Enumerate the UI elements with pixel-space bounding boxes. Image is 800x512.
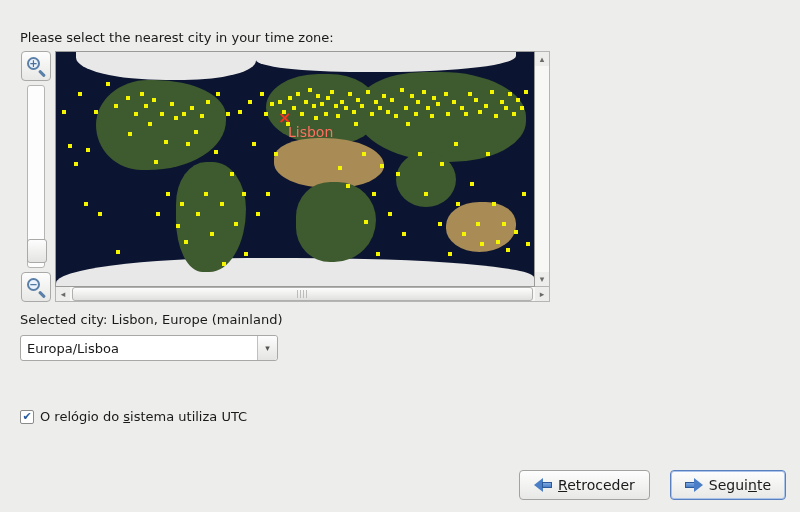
scroll-down-arrow[interactable]: ▾ — [535, 272, 549, 286]
city-dot[interactable] — [286, 122, 290, 126]
city-dot[interactable] — [404, 106, 408, 110]
city-dot[interactable] — [326, 96, 330, 100]
city-dot[interactable] — [386, 110, 390, 114]
city-dot[interactable] — [206, 100, 210, 104]
city-dot[interactable] — [62, 110, 66, 114]
city-dot[interactable] — [190, 106, 194, 110]
city-dot[interactable] — [452, 100, 456, 104]
city-dot[interactable] — [448, 252, 452, 256]
city-dot[interactable] — [424, 192, 428, 196]
city-dot[interactable] — [154, 160, 158, 164]
city-dot[interactable] — [84, 202, 88, 206]
city-dot[interactable] — [520, 106, 524, 110]
city-dot[interactable] — [372, 192, 376, 196]
city-dot[interactable] — [270, 102, 274, 106]
city-dot[interactable] — [170, 102, 174, 106]
city-dot[interactable] — [180, 202, 184, 206]
zoom-in-button[interactable]: + — [21, 51, 51, 81]
city-dot[interactable] — [140, 92, 144, 96]
city-dot[interactable] — [492, 202, 496, 206]
scroll-left-arrow[interactable]: ◂ — [56, 287, 70, 301]
city-dot[interactable] — [78, 92, 82, 96]
city-dot[interactable] — [460, 106, 464, 110]
city-dot[interactable] — [484, 104, 488, 108]
zoom-slider-thumb[interactable] — [27, 239, 47, 263]
city-dot[interactable] — [522, 192, 526, 196]
city-dot[interactable] — [148, 122, 152, 126]
city-dot[interactable] — [214, 150, 218, 154]
city-dot[interactable] — [182, 112, 186, 116]
city-dot[interactable] — [186, 142, 190, 146]
city-dot[interactable] — [128, 132, 132, 136]
city-dot[interactable] — [366, 90, 370, 94]
city-dot[interactable] — [352, 110, 356, 114]
city-dot[interactable] — [364, 220, 368, 224]
scroll-right-arrow[interactable]: ▸ — [535, 287, 549, 301]
city-dot[interactable] — [504, 106, 508, 110]
city-dot[interactable] — [410, 94, 414, 98]
city-dot[interactable] — [220, 202, 224, 206]
city-dot[interactable] — [508, 92, 512, 96]
city-dot[interactable] — [204, 192, 208, 196]
city-dot[interactable] — [470, 182, 474, 186]
city-dot[interactable] — [336, 114, 340, 118]
city-dot[interactable] — [156, 212, 160, 216]
city-dot[interactable] — [278, 100, 282, 104]
city-dot[interactable] — [106, 82, 110, 86]
city-dot[interactable] — [242, 192, 246, 196]
city-dot[interactable] — [480, 242, 484, 246]
map-horizontal-scrollbar[interactable]: ◂ ▸ — [55, 287, 550, 302]
city-dot[interactable] — [292, 106, 296, 110]
city-dot[interactable] — [438, 222, 442, 226]
city-dot[interactable] — [314, 116, 318, 120]
city-dot[interactable] — [476, 222, 480, 226]
city-dot[interactable] — [496, 240, 500, 244]
city-dot[interactable] — [418, 152, 422, 156]
map-vertical-scrollbar[interactable]: ▴ ▾ — [535, 51, 550, 287]
city-dot[interactable] — [196, 212, 200, 216]
city-dot[interactable] — [390, 98, 394, 102]
city-dot[interactable] — [402, 232, 406, 236]
city-dot[interactable] — [440, 162, 444, 166]
city-dot[interactable] — [426, 106, 430, 110]
city-dot[interactable] — [344, 106, 348, 110]
city-dot[interactable] — [432, 96, 436, 100]
city-dot[interactable] — [116, 250, 120, 254]
city-dot[interactable] — [340, 100, 344, 104]
city-dot[interactable] — [304, 100, 308, 104]
zoom-slider[interactable] — [27, 85, 45, 268]
city-dot[interactable] — [478, 110, 482, 114]
timezone-select[interactable]: Europa/Lisboa ▾ — [20, 335, 278, 361]
city-dot[interactable] — [252, 142, 256, 146]
city-dot[interactable] — [454, 142, 458, 146]
city-dot[interactable] — [308, 88, 312, 92]
city-dot[interactable] — [524, 90, 528, 94]
city-dot[interactable] — [416, 100, 420, 104]
city-dot[interactable] — [400, 88, 404, 92]
city-dot[interactable] — [354, 122, 358, 126]
city-dot[interactable] — [238, 110, 242, 114]
city-dot[interactable] — [244, 252, 248, 256]
city-dot[interactable] — [230, 172, 234, 176]
next-button[interactable]: Seguinte — [670, 470, 786, 500]
city-dot[interactable] — [126, 96, 130, 100]
city-dot[interactable] — [370, 112, 374, 116]
city-dot[interactable] — [430, 114, 434, 118]
city-dot[interactable] — [114, 104, 118, 108]
city-dot[interactable] — [356, 98, 360, 102]
city-dot[interactable] — [360, 104, 364, 108]
zoom-out-button[interactable]: − — [21, 272, 51, 302]
city-dot[interactable] — [68, 144, 72, 148]
city-dot[interactable] — [266, 192, 270, 196]
city-dot[interactable] — [174, 116, 178, 120]
city-dot[interactable] — [456, 202, 460, 206]
city-dot[interactable] — [86, 148, 90, 152]
city-dot[interactable] — [330, 90, 334, 94]
city-dot[interactable] — [506, 248, 510, 252]
city-dot[interactable] — [184, 240, 188, 244]
city-dot[interactable] — [406, 122, 410, 126]
city-dot[interactable] — [316, 94, 320, 98]
city-dot[interactable] — [378, 106, 382, 110]
city-dot[interactable] — [260, 92, 264, 96]
city-dot[interactable] — [500, 100, 504, 104]
